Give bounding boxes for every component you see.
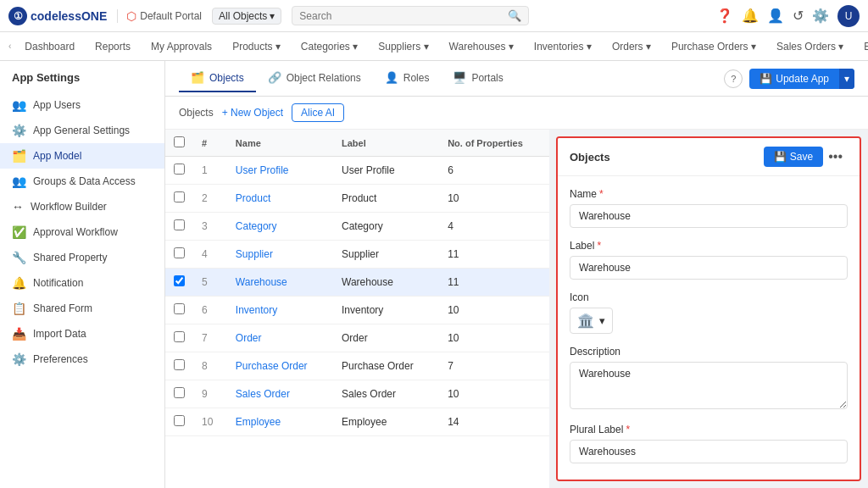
alice-ai-button[interactable]: Alice AI (292, 103, 344, 122)
nav-sales-orders[interactable]: Sales Orders ▾ (768, 36, 852, 58)
nav-dashboard[interactable]: Dashboard (16, 36, 83, 58)
nav-warehouses[interactable]: Warehouses ▾ (441, 36, 522, 58)
sidebar-item-notification[interactable]: 🔔 Notification (0, 270, 164, 296)
sidebar-item-approval-workflow[interactable]: ✅ Approval Workflow (0, 219, 164, 245)
table-row[interactable]: 2 Product Product 10 (165, 185, 549, 213)
icon-dropdown-chevron[interactable]: ▾ (599, 314, 605, 327)
row-checkbox[interactable] (174, 303, 185, 314)
sidebar-item-app-users[interactable]: 👥 App Users (0, 92, 164, 118)
row-checkbox[interactable] (174, 359, 185, 370)
sidebar-item-shared-property[interactable]: 🔧 Shared Property (0, 245, 164, 270)
sidebar-item-app-general-settings[interactable]: ⚙️ App General Settings (0, 118, 164, 143)
object-link[interactable]: Sales Order (236, 388, 290, 400)
update-app-dropdown-arrow[interactable]: ▾ (839, 69, 854, 89)
table-row[interactable]: 10 Employee Employee 14 (165, 408, 549, 436)
tab-roles[interactable]: 👤 Roles (373, 64, 442, 92)
object-link[interactable]: Employee (236, 416, 281, 428)
help-button[interactable]: ? (724, 69, 743, 88)
sidebar: App Settings 👥 App Users ⚙️ App General … (0, 61, 165, 488)
row-name: Warehouse (227, 269, 333, 297)
object-link[interactable]: Supplier (236, 248, 273, 260)
save-button[interactable]: 💾 Save (764, 147, 823, 167)
nav-suppliers[interactable]: Suppliers ▾ (370, 36, 437, 58)
label-field-label: Label * (570, 240, 848, 252)
update-app-button[interactable]: 💾 Update App ▾ (749, 69, 854, 89)
row-checkbox[interactable] (174, 275, 185, 286)
table-row[interactable]: 6 Inventory Inventory 10 (165, 297, 549, 324)
notifications-icon[interactable]: 🔔 (742, 8, 759, 24)
nav-orders[interactable]: Orders ▾ (604, 36, 659, 58)
row-properties: 10 (439, 185, 549, 213)
row-checkbox[interactable] (174, 387, 185, 398)
object-link[interactable]: User Profile (236, 164, 289, 176)
shared-property-icon: 🔧 (12, 251, 26, 264)
tab-portals[interactable]: 🖥️ Portals (441, 64, 515, 92)
sidebar-item-groups-data-access[interactable]: 👥 Groups & Data Access (0, 169, 164, 194)
description-textarea[interactable] (570, 362, 848, 409)
tab-object-relations[interactable]: 🔗 Object Relations (256, 64, 373, 92)
table-row[interactable]: 8 Purchase Order Purchase Order 7 (165, 352, 549, 380)
preferences-icon: ⚙️ (12, 352, 26, 366)
object-link[interactable]: Warehouse (236, 276, 287, 288)
nav-categories[interactable]: Categories ▾ (292, 36, 366, 58)
panel-body: Name * Label * Icon (558, 176, 860, 481)
portal-selector[interactable]: ⬡ Default Portal (117, 9, 202, 23)
sidebar-item-preferences[interactable]: ⚙️ Preferences (0, 347, 164, 372)
select-all-checkbox[interactable] (174, 136, 185, 147)
table-row[interactable]: 4 Supplier Supplier 11 (165, 241, 549, 269)
new-object-button[interactable]: + New Object (222, 107, 283, 119)
field-group-description: Description (570, 346, 848, 412)
name-input[interactable] (570, 204, 848, 228)
sidebar-item-workflow-builder[interactable]: ↔️ Workflow Builder (0, 194, 164, 219)
table-row[interactable]: 9 Sales Order Sales Order 10 (165, 380, 549, 408)
nav-reports[interactable]: Reports (86, 36, 139, 58)
object-link[interactable]: Category (236, 220, 277, 232)
icon-selector[interactable]: 🏛️ ▾ (570, 308, 613, 334)
table-row[interactable]: 7 Order Order 10 (165, 324, 549, 352)
nav-left-arrow[interactable]: ‹ (7, 36, 13, 56)
avatar[interactable]: U (837, 5, 860, 27)
object-link[interactable]: Product (236, 192, 270, 204)
plural-label-required-indicator: * (626, 424, 630, 435)
row-checkbox[interactable] (174, 331, 185, 342)
notification-icon: 🔔 (12, 276, 26, 290)
name-field-label: Name * (570, 188, 848, 200)
nav-purchase-orders[interactable]: Purchase Orders ▾ (663, 36, 765, 58)
sidebar-item-import-data[interactable]: 📥 Import Data (0, 321, 164, 347)
row-checkbox[interactable] (174, 247, 185, 258)
nav-my-approvals[interactable]: My Approvals (142, 36, 220, 58)
portal-icon: ⬡ (126, 9, 136, 23)
table-row[interactable]: 1 User Profile User Profile 6 (165, 157, 549, 185)
sidebar-item-app-model[interactable]: 🗂️ App Model (0, 143, 164, 169)
tab-objects[interactable]: 🗂️ Objects (179, 64, 256, 92)
table-row[interactable]: 5 Warehouse Warehouse 11 (165, 269, 549, 297)
row-checkbox[interactable] (174, 219, 185, 230)
row-checkbox[interactable] (174, 191, 185, 202)
help-icon[interactable]: ❓ (716, 8, 733, 24)
search-input[interactable] (299, 10, 508, 22)
row-name: Purchase Order (227, 352, 333, 380)
nav-products[interactable]: Products ▾ (224, 36, 289, 58)
row-label: Sales Order (333, 380, 439, 408)
row-checkbox[interactable] (174, 415, 185, 426)
users-icon[interactable]: 👤 (767, 8, 784, 24)
row-checkbox[interactable] (174, 164, 185, 175)
all-objects-dropdown[interactable]: All Objects ▾ (212, 8, 281, 25)
nav-employees[interactable]: Emplo… (855, 36, 868, 58)
object-link[interactable]: Order (236, 332, 262, 344)
objects-toolbar: Objects + New Object Alice AI (165, 97, 868, 130)
row-checkbox-cell (165, 380, 193, 408)
refresh-icon[interactable]: ↺ (793, 8, 804, 24)
search-bar[interactable]: 🔍 (292, 6, 529, 25)
plural-label-input[interactable] (570, 440, 848, 463)
object-link[interactable]: Purchase Order (236, 360, 308, 372)
objects-label: Objects (179, 107, 214, 119)
settings-icon[interactable]: ⚙️ (812, 8, 829, 24)
label-input[interactable] (570, 256, 848, 280)
table-row[interactable]: 3 Category Category 4 (165, 213, 549, 241)
sidebar-item-shared-form[interactable]: 📋 Shared Form (0, 296, 164, 321)
object-link[interactable]: Inventory (236, 304, 277, 316)
logo: ① codelessONE (8, 7, 107, 25)
nav-inventories[interactable]: Inventories ▾ (526, 36, 600, 58)
more-options-button[interactable]: ••• (823, 149, 848, 164)
